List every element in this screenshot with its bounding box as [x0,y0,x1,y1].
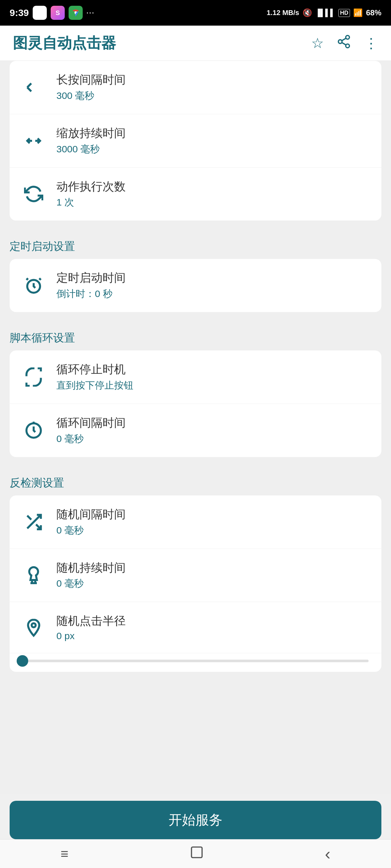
loop-interval-value: 0 毫秒 [56,432,368,445]
more-button[interactable]: ⋮ [364,35,378,51]
anti-detect-card: 随机间隔时间 0 毫秒 随机持续时间 0 毫秒 [9,495,381,672]
svg-line-6 [342,38,346,41]
slider-thumb[interactable] [17,655,28,667]
zoom-icon [22,130,45,152]
loop-interval-text: 循环间隔时间 0 毫秒 [56,415,368,445]
app-header: 图灵自动点击器 ☆ ⋮ [0,26,391,61]
timer-start-row[interactable]: 定时启动时间 倒计时：0 秒 [9,259,381,312]
anti-detect-section-label: 反检测设置 [9,467,381,495]
start-service-label: 开始服务 [169,811,222,829]
random-interval-icon [22,511,45,533]
bottom-nav: ≡ ‹ [0,839,391,868]
random-radius-title: 随机点击半径 [56,614,368,629]
action-count-row[interactable]: 动作执行次数 1 次 [9,168,381,221]
timer-section-label: 定时启动设置 [9,230,381,259]
status-right: 1.12 MB/s 🔇 ▐▌▌▌ HD 📶 68% [267,8,381,17]
status-left: 9:39 S ··· [9,6,95,20]
loop-stop-icon [22,366,45,388]
long-press-value: 300 毫秒 [56,89,368,102]
random-duration-row[interactable]: 随机持续时间 0 毫秒 [9,549,381,602]
status-time: 9:39 [9,7,29,18]
timer-card: 定时启动时间 倒计时：0 秒 [9,259,381,312]
status-bar: 9:39 S ··· 1.12 MB/s 🔇 ▐▌▌▌ HD 📶 68% [0,0,391,26]
action-count-value: 1 次 [56,196,368,209]
random-interval-value: 0 毫秒 [56,524,368,537]
home-nav-button[interactable] [190,845,204,862]
radius-slider-container [9,653,381,672]
loop-stop-title: 循环停止时机 [56,362,368,377]
mute-icon: 🔇 [303,8,312,17]
loop-interval-icon [22,419,45,442]
svg-point-3 [338,40,342,43]
random-duration-text: 随机持续时间 0 毫秒 [56,560,368,590]
hd-badge: HD [338,9,350,17]
loop-stop-row[interactable]: 循环停止时机 直到按下停止按钮 [9,350,381,404]
random-interval-title: 随机间隔时间 [56,507,368,522]
random-radius-value: 0 px [56,630,368,642]
partial-settings-card: 长按间隔时间 300 毫秒 缩放持续时间 3000 毫秒 [9,61,381,220]
network-speed: 1.12 MB/s [267,9,299,17]
random-duration-icon [22,564,45,586]
zoom-duration-row[interactable]: 缩放持续时间 3000 毫秒 [9,114,381,168]
back-nav-button[interactable]: ‹ [325,844,330,864]
zoom-value: 3000 毫秒 [56,143,368,156]
loop-stop-value: 直到按下停止按钮 [56,379,368,392]
timer-start-title: 定时启动时间 [56,271,368,285]
timer-start-value: 倒计时：0 秒 [56,287,368,301]
menu-nav-button[interactable]: ≡ [61,846,68,862]
random-interval-row[interactable]: 随机间隔时间 0 毫秒 [9,495,381,549]
zoom-title: 缩放持续时间 [56,126,368,141]
loop-interval-title: 循环间隔时间 [56,415,368,431]
timer-start-text: 定时启动时间 倒计时：0 秒 [56,271,368,301]
random-radius-text: 随机点击半径 0 px [56,614,368,642]
svg-point-20 [32,623,36,627]
safari-icon [33,6,47,20]
wifi-icon: 📶 [353,8,363,17]
long-press-interval-row[interactable]: 长按间隔时间 300 毫秒 [9,61,381,114]
slider-track[interactable] [22,660,368,662]
soul-icon: S [51,6,65,20]
zoom-text: 缩放持续时间 3000 毫秒 [56,126,368,156]
random-duration-value: 0 毫秒 [56,577,368,590]
start-service-button[interactable]: 开始服务 [9,801,381,839]
battery: 68% [366,8,381,17]
long-press-text: 长按间隔时间 300 毫秒 [56,72,368,102]
random-radius-row[interactable]: 随机点击半径 0 px [9,602,381,653]
action-count-text: 动作执行次数 1 次 [56,179,368,209]
long-press-icon [22,76,45,99]
svg-line-5 [342,42,346,45]
loop-card: 循环停止时机 直到按下停止按钮 循环间隔时间 0 毫秒 [9,350,381,457]
svg-line-8 [27,87,31,92]
svg-point-2 [346,35,350,39]
star-button[interactable]: ☆ [311,35,324,51]
header-icons: ☆ ⋮ [311,34,378,52]
long-press-title: 长按间隔时间 [56,72,368,87]
loop-stop-text: 循环停止时机 直到按下停止按钮 [56,362,368,392]
app-title: 图灵自动点击器 [13,33,116,53]
chrome-icon [68,6,83,20]
svg-point-4 [346,44,350,48]
timer-icon [22,274,45,297]
random-interval-text: 随机间隔时间 0 毫秒 [56,507,368,537]
more-apps: ··· [86,9,95,17]
loop-section-label: 脚本循环设置 [9,322,381,350]
content-area: 长按间隔时间 300 毫秒 缩放持续时间 3000 毫秒 [0,61,391,795]
share-button[interactable] [337,34,351,52]
svg-line-16 [27,516,31,520]
random-radius-icon [22,616,45,639]
action-count-icon [22,183,45,205]
action-count-title: 动作执行次数 [56,179,368,194]
random-duration-title: 随机持续时间 [56,560,368,576]
svg-rect-21 [191,847,202,858]
loop-interval-row[interactable]: 循环间隔时间 0 毫秒 [9,404,381,457]
signal-icon: ▐▌▌▌ [315,9,335,17]
